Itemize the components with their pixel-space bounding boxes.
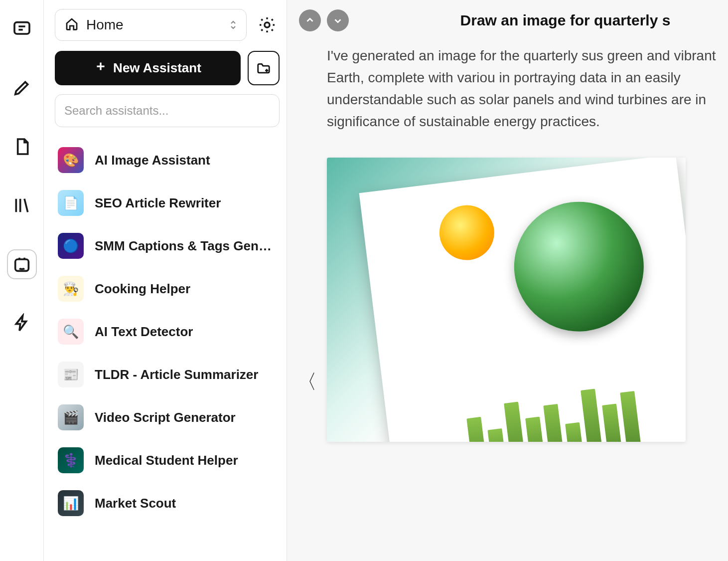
sidebar: Home New Assistant xyxy=(44,0,287,561)
new-assistant-label: New Assistant xyxy=(113,60,201,76)
earth-graphic xyxy=(507,194,651,339)
main-body: I've generated an image for the quarterl… xyxy=(287,39,728,561)
rail-edit-icon[interactable] xyxy=(7,73,37,103)
assistant-icon: 🔵 xyxy=(58,233,84,259)
new-assistant-button[interactable]: New Assistant xyxy=(55,51,241,85)
assistant-label: Medical Student Helper xyxy=(95,453,238,468)
svg-point-2 xyxy=(265,22,270,27)
home-icon xyxy=(64,16,79,33)
rail-library-icon[interactable] xyxy=(7,190,37,220)
svg-rect-0 xyxy=(14,22,29,34)
assistant-item[interactable]: ⚕️ Medical Student Helper xyxy=(55,440,280,480)
rail-assistant-icon[interactable] xyxy=(7,249,37,279)
assistant-icon: 🎬 xyxy=(58,404,84,430)
search-input[interactable] xyxy=(64,97,270,125)
assistant-item[interactable]: 📊 Market Scout xyxy=(55,483,280,523)
assistants-list: 🎨 AI Image Assistant 📄 SEO Article Rewri… xyxy=(55,140,280,561)
assistant-label: SEO Article Rewriter xyxy=(95,195,221,211)
assistant-item[interactable]: 📰 TLDR - Article Summarizer xyxy=(55,355,280,394)
assistant-icon: 📄 xyxy=(58,190,84,216)
sun-graphic xyxy=(437,202,498,263)
sidebar-topbar: Home xyxy=(55,9,280,41)
assistant-item[interactable]: 🔵 SMM Captions & Tags Gener... xyxy=(55,226,280,266)
assistant-response-text: I've generated an image for the quarterl… xyxy=(327,45,728,133)
rail-document-icon[interactable] xyxy=(7,132,37,162)
rail-bolt-icon[interactable] xyxy=(7,308,37,338)
assistant-icon: 📰 xyxy=(58,362,84,387)
assistant-item[interactable]: 👨‍🍳 Cooking Helper xyxy=(55,269,280,309)
assistant-label: SMM Captions & Tags Gener... xyxy=(95,238,277,254)
nav-up-button[interactable] xyxy=(299,9,321,31)
workspace-label: Home xyxy=(86,17,124,33)
main-content: Draw an image for quarterly s I've gener… xyxy=(287,0,728,561)
new-folder-button[interactable] xyxy=(248,51,280,85)
assistant-item[interactable]: 🎬 Video Script Generator xyxy=(55,397,280,437)
assistant-label: AI Text Detector xyxy=(95,324,193,340)
collapse-sidebar-handle[interactable]: 〈 xyxy=(297,368,317,395)
nav-rail xyxy=(0,0,44,561)
assistant-icon: 📊 xyxy=(58,490,84,516)
assistant-icon: 👨‍🍳 xyxy=(58,276,84,302)
main-header: Draw an image for quarterly s xyxy=(287,0,728,39)
nav-down-button[interactable] xyxy=(327,9,349,31)
assistant-item[interactable]: 📄 SEO Article Rewriter xyxy=(55,183,280,223)
bar-chart-graphic xyxy=(445,380,641,442)
assistant-icon: 🎨 xyxy=(58,147,84,173)
sidebar-actions: New Assistant xyxy=(55,51,280,85)
generated-image[interactable] xyxy=(327,158,686,442)
assistant-icon: 🔍 xyxy=(58,319,84,345)
assistant-item[interactable]: 🔍 AI Text Detector xyxy=(55,312,280,352)
workspace-selector[interactable]: Home xyxy=(55,9,247,41)
assistant-label: Market Scout xyxy=(95,496,176,511)
assistant-item[interactable]: 🎨 AI Image Assistant xyxy=(55,140,280,180)
assistant-label: Cooking Helper xyxy=(95,281,190,297)
assistant-label: AI Image Assistant xyxy=(95,153,210,168)
search-container xyxy=(55,94,280,127)
assistant-label: Video Script Generator xyxy=(95,410,236,425)
chevron-updown-icon xyxy=(229,19,237,31)
rail-chat-icon[interactable] xyxy=(7,14,37,44)
assistant-label: TLDR - Article Summarizer xyxy=(95,367,258,382)
app-root: Home New Assistant xyxy=(0,0,728,561)
settings-button[interactable] xyxy=(255,12,280,37)
plus-icon xyxy=(94,60,107,76)
infographic-sheet xyxy=(359,158,686,442)
conversation-title: Draw an image for quarterly s xyxy=(415,12,716,29)
assistant-icon: ⚕️ xyxy=(58,447,84,473)
